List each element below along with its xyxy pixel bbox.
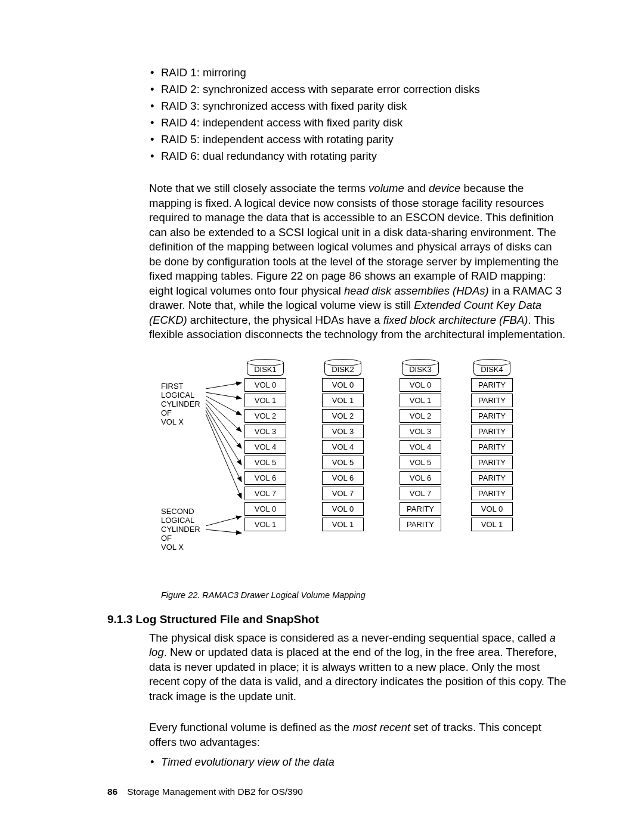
- cell: VOL 6: [400, 471, 441, 485]
- figure-raid-mapping: FIRST LOGICAL CYLINDER OF VOL X SECOND L…: [149, 359, 566, 580]
- cell: VOL 4: [322, 440, 364, 454]
- cell: VOL 3: [400, 425, 441, 438]
- cell: VOL 5: [244, 456, 286, 469]
- cell: VOL 4: [244, 440, 286, 454]
- cell: PARITY: [471, 456, 513, 469]
- raid-item: RAID 5: independent access with rotating…: [149, 131, 566, 148]
- cell: PARITY: [471, 425, 513, 438]
- paragraph-mapping: Note that we still closely associate the…: [149, 181, 566, 342]
- side-label-first: FIRST LOGICAL CYLINDER OF VOL X: [161, 382, 200, 426]
- raid-item: RAID 2: synchronized access with separat…: [149, 81, 566, 98]
- raid-item: RAID 6: dual redundancy with rotating pa…: [149, 148, 566, 165]
- cell: VOL 5: [400, 456, 441, 469]
- paragraph-log: The physical disk space is considered as…: [149, 631, 566, 704]
- cell: PARITY: [471, 378, 513, 392]
- side-label-second: SECOND LOGICAL CYLINDER OF VOL X: [161, 507, 200, 552]
- cell: VOL 0: [322, 378, 364, 392]
- advantages-list: Timed evolutionary view of the data: [149, 754, 566, 770]
- cell: VOL 0: [322, 502, 364, 516]
- cell: VOL 3: [322, 425, 364, 438]
- cell: VOL 6: [322, 471, 364, 485]
- cell: VOL 7: [322, 487, 364, 500]
- cell: PARITY: [471, 394, 513, 407]
- cell: VOL 7: [244, 487, 286, 500]
- cell: VOL 5: [322, 456, 364, 469]
- cell: VOL 0: [244, 502, 286, 516]
- cell: PARITY: [471, 440, 513, 454]
- footer-title: Storage Management with DB2 for OS/390: [127, 786, 303, 797]
- cell: PARITY: [471, 487, 513, 500]
- cell: VOL 2: [244, 409, 286, 423]
- cell: VOL 1: [244, 518, 286, 531]
- cell: VOL 0: [400, 378, 441, 392]
- section-heading: 9.1.3 Log Structured File and SnapShot: [107, 613, 566, 626]
- cell: VOL 1: [244, 394, 286, 407]
- advantage-item: Timed evolutionary view of the data: [149, 754, 566, 770]
- svg-line-6: [206, 410, 242, 482]
- cell: VOL 6: [244, 471, 286, 485]
- cell: VOL 1: [471, 518, 513, 531]
- page-number: 86: [107, 786, 117, 797]
- svg-line-8: [206, 516, 242, 526]
- svg-line-3: [206, 400, 242, 432]
- cell: PARITY: [471, 409, 513, 423]
- cell: VOL 1: [322, 518, 364, 531]
- cell: VOL 0: [244, 378, 286, 392]
- cell: VOL 4: [400, 440, 441, 454]
- svg-line-9: [206, 529, 242, 533]
- paragraph-advantages-intro: Every functional volume is defined as th…: [149, 720, 566, 750]
- cell: VOL 7: [400, 487, 441, 500]
- cell: VOL 2: [322, 409, 364, 423]
- cell: VOL 3: [244, 425, 286, 438]
- raid-item: RAID 1: mirroring: [149, 64, 566, 81]
- svg-line-4: [206, 403, 242, 448]
- figure-caption: Figure 22. RAMAC3 Drawer Logical Volume …: [161, 590, 566, 600]
- page-footer: 86Storage Management with DB2 for OS/390: [107, 786, 303, 797]
- cell: VOL 1: [322, 394, 364, 407]
- cell: PARITY: [400, 502, 441, 516]
- cell: VOL 1: [400, 394, 441, 407]
- svg-line-5: [206, 407, 242, 465]
- raid-list: RAID 1: mirroring RAID 2: synchronized a…: [149, 64, 566, 165]
- svg-line-1: [206, 392, 242, 398]
- raid-item: RAID 4: independent access with fixed pa…: [149, 114, 566, 131]
- svg-line-7: [206, 414, 242, 498]
- cell: PARITY: [471, 471, 513, 485]
- cell: PARITY: [400, 518, 441, 531]
- cell: VOL 2: [400, 409, 441, 423]
- svg-line-0: [206, 383, 242, 389]
- cell: VOL 0: [471, 502, 513, 516]
- raid-item: RAID 3: synchronized access with fixed p…: [149, 98, 566, 114]
- svg-line-2: [206, 396, 242, 415]
